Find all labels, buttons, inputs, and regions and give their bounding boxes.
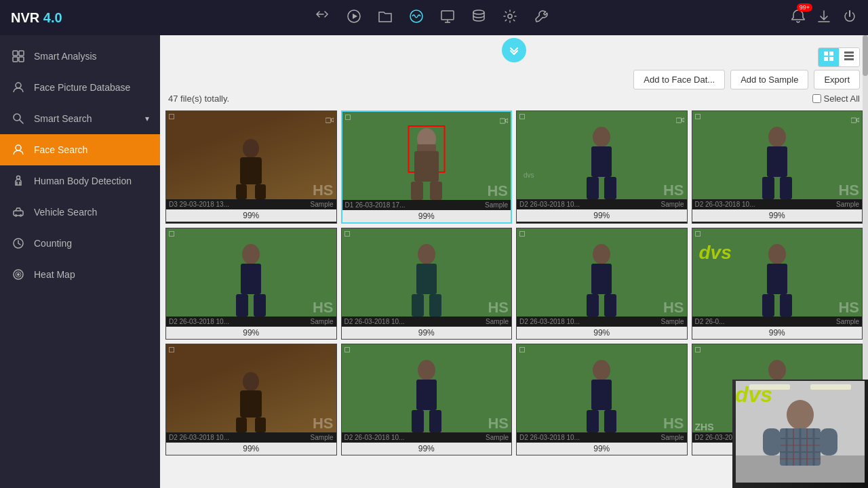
- svg-rect-68: [591, 264, 612, 294]
- monitor-icon[interactable]: [440, 9, 455, 26]
- list-view-button[interactable]: [839, 48, 859, 66]
- svg-point-87: [768, 360, 786, 380]
- smart-analysis-label: Smart Analysis: [34, 51, 149, 62]
- svg-point-59: [242, 244, 260, 264]
- cam-icon-2: [500, 115, 508, 127]
- cam-icon-4: [851, 114, 859, 126]
- svg-rect-85: [587, 410, 599, 432]
- notification-icon[interactable]: 99+: [791, 9, 806, 27]
- view-toggle: [818, 47, 860, 67]
- add-sample-button[interactable]: Add to Sample: [730, 70, 808, 89]
- top-nav-icons: [90, 9, 774, 27]
- scrollbar-thumb[interactable]: [863, 35, 868, 76]
- settings-icon[interactable]: [502, 9, 517, 27]
- download-icon[interactable]: [816, 9, 831, 27]
- svg-rect-56: [767, 146, 787, 177]
- top-right-icons: 99+: [791, 9, 857, 27]
- face-search-icon: [11, 142, 26, 157]
- sidebar-item-vehicle-search[interactable]: Vehicle Search: [0, 197, 160, 228]
- cam-icon-1: [326, 114, 334, 126]
- play-icon[interactable]: [347, 9, 361, 27]
- image-card-4[interactable]: HS D2 26-03-2018 10... Sample 99%: [692, 110, 863, 224]
- img-score-3: 99%: [517, 209, 687, 222]
- img-score-11: 99%: [517, 443, 687, 455]
- heat-map-label: Heat Map: [34, 269, 149, 280]
- sidebar-item-smart-analysis[interactable]: Smart Analysis: [0, 41, 160, 72]
- hs-label-4: HS: [838, 182, 859, 199]
- sidebar-item-face-picture-database[interactable]: Face Picture Database: [0, 72, 160, 103]
- svg-rect-12: [19, 57, 24, 62]
- heat-map-icon: [11, 267, 26, 282]
- waveform-icon[interactable]: [409, 9, 424, 27]
- image-card-8[interactable]: HS dvs D2 26-0... Sample 99%: [692, 228, 863, 340]
- svg-rect-60: [241, 264, 261, 294]
- image-card-2[interactable]: HS D1 26-03-2018 17... Sample 99%: [341, 110, 513, 224]
- svg-marker-1: [353, 14, 357, 19]
- export-button[interactable]: Export: [814, 70, 860, 89]
- grid-view-button[interactable]: [818, 48, 839, 66]
- img-timestamp-10: D2 26-03-2018 10...: [344, 434, 405, 441]
- svg-rect-70: [604, 294, 616, 317]
- cam-rec-icon-7: [519, 231, 525, 237]
- dvs-video-overlay[interactable]: dvs: [732, 380, 868, 488]
- svg-rect-39: [255, 184, 266, 199]
- svg-marker-54: [856, 118, 859, 122]
- sidebar: Smart Analysis Face Picture Database Sma…: [0, 35, 160, 488]
- image-card-3[interactable]: dvs HS D2 26-03-2018 10... Sample 99%: [516, 110, 688, 224]
- database-icon[interactable]: [471, 9, 486, 27]
- person-silhouette-6: [403, 242, 450, 317]
- svg-rect-57: [762, 177, 774, 199]
- svg-rect-32: [844, 55, 854, 57]
- hs-label-2: HS: [487, 182, 508, 200]
- sidebar-item-human-body-detection[interactable]: Human Body Detection: [0, 165, 160, 197]
- cam-rec-icon: [169, 114, 174, 119]
- img-meta-5: D2 26-03-2018 10... Sample: [166, 317, 336, 327]
- svg-rect-45: [411, 182, 423, 200]
- image-card-7[interactable]: HS D2 26-03-2018 10... Sample 99%: [516, 228, 688, 340]
- img-tag-9: Sample: [311, 434, 334, 441]
- sidebar-item-heat-map[interactable]: Heat Map: [0, 259, 160, 290]
- cam-icon-3: [676, 114, 684, 126]
- image-card-1[interactable]: HS D3 29-03-2018 13... Sample 99%: [165, 110, 337, 224]
- power-icon[interactable]: [842, 9, 857, 27]
- sidebar-item-face-search[interactable]: Face Search: [0, 134, 160, 165]
- vehicle-search-label: Vehicle Search: [34, 207, 149, 218]
- svg-rect-33: [844, 58, 854, 60]
- svg-point-79: [418, 360, 435, 380]
- image-card-10[interactable]: HS D2 26-03-2018 10... Sample 99%: [341, 344, 513, 455]
- svg-rect-77: [236, 418, 247, 432]
- hs-label-11: HS: [663, 415, 684, 432]
- svg-rect-9: [13, 51, 18, 56]
- img-meta-10: D2 26-03-2018 10... Sample: [342, 432, 512, 443]
- folder-icon[interactable]: [378, 9, 393, 26]
- add-face-dat-button[interactable]: Add to Face Dat...: [633, 70, 725, 89]
- person-silhouette-3: [578, 125, 625, 199]
- sidebar-item-counting[interactable]: Counting: [0, 228, 160, 259]
- svg-rect-51: [587, 177, 599, 199]
- notification-badge: 99+: [797, 3, 812, 12]
- hs-label-10: HS: [488, 415, 509, 432]
- person-silhouette-11: [578, 358, 625, 432]
- image-card-11[interactable]: HS D2 26-03-2018 10... Sample 99%: [516, 344, 688, 455]
- image-card-6[interactable]: HS D2 26-03-2018 10... Sample 99%: [341, 228, 513, 340]
- img-timestamp-2: D1 26-03-2018 17...: [345, 201, 406, 209]
- select-all-area[interactable]: Select All: [812, 94, 860, 104]
- playback-icon[interactable]: [315, 9, 330, 27]
- image-card-9[interactable]: HS D2 26-03-2018 10... Sample 99%: [165, 344, 337, 455]
- counting-label: Counting: [34, 238, 149, 249]
- sidebar-item-smart-search[interactable]: Smart Search ▾: [0, 103, 160, 134]
- select-all-checkbox[interactable]: [812, 94, 821, 103]
- hs-label-5: HS: [313, 299, 334, 317]
- svg-point-63: [418, 244, 435, 264]
- image-card-5[interactable]: HS D2 26-03-2018 10... Sample 99%: [165, 228, 337, 340]
- person-silhouette-1: [231, 138, 271, 199]
- svg-point-36: [243, 139, 259, 158]
- img-tag-2: Sample: [485, 201, 508, 209]
- svg-rect-44: [414, 151, 439, 182]
- svg-rect-47: [676, 118, 682, 123]
- svg-point-71: [768, 244, 786, 264]
- person-silhouette-10: [403, 358, 450, 432]
- wrench-icon[interactable]: [534, 9, 549, 27]
- img-meta-11: D2 26-03-2018 10... Sample: [517, 432, 687, 443]
- scroll-down-indicator[interactable]: [502, 38, 526, 62]
